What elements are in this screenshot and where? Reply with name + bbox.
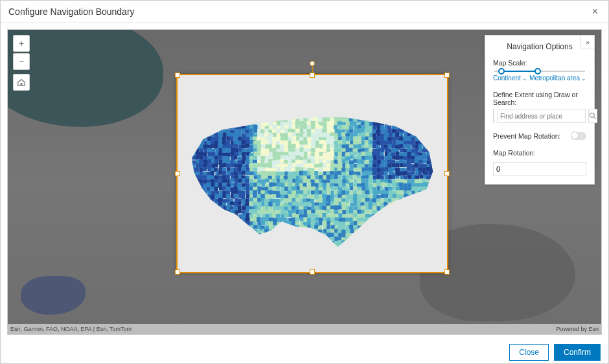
map-rotation-input[interactable] xyxy=(493,162,586,176)
svg-rect-2195 xyxy=(381,237,385,242)
scale-handle-min[interactable] xyxy=(498,68,505,74)
scale-min-dropdown[interactable]: Continent⌄ xyxy=(493,74,527,82)
svg-rect-2168 xyxy=(276,236,281,242)
svg-rect-1445 xyxy=(330,194,334,198)
svg-rect-1806 xyxy=(431,214,436,218)
svg-rect-2127 xyxy=(376,233,382,238)
svg-rect-1334 xyxy=(419,187,423,192)
svg-rect-2242 xyxy=(303,241,307,246)
zoom-out-button[interactable]: − xyxy=(13,53,30,70)
svg-rect-753 xyxy=(246,155,250,161)
svg-rect-1607 xyxy=(438,201,442,206)
home-button[interactable] xyxy=(13,74,30,91)
svg-rect-1733 xyxy=(408,210,413,214)
svg-rect-2401 xyxy=(400,249,404,254)
close-icon[interactable]: × xyxy=(590,5,601,19)
scale-slider-track[interactable] xyxy=(494,71,585,72)
svg-rect-2181 xyxy=(326,237,330,242)
svg-rect-464 xyxy=(423,137,427,141)
svg-rect-1668 xyxy=(415,205,419,210)
svg-rect-735 xyxy=(434,152,438,156)
svg-rect-2397 xyxy=(384,247,388,252)
svg-rect-2067 xyxy=(403,229,408,233)
svg-rect-1932 xyxy=(399,222,403,225)
svg-rect-1660 xyxy=(384,206,388,210)
svg-rect-401 xyxy=(439,133,443,137)
svg-rect-2144 xyxy=(184,237,189,241)
prevent-rotation-toggle[interactable] xyxy=(571,132,586,140)
prevent-rotation-row: Prevent Map Rotation: xyxy=(493,132,586,140)
svg-rect-72 xyxy=(203,117,207,122)
svg-rect-41 xyxy=(341,113,347,117)
svg-rect-2196 xyxy=(384,237,389,242)
svg-rect-552 xyxy=(245,144,249,148)
svg-rect-71 xyxy=(200,118,203,122)
svg-rect-2222 xyxy=(226,241,231,245)
svg-rect-69 xyxy=(191,118,195,122)
svg-rect-2171 xyxy=(288,237,292,242)
svg-rect-1901 xyxy=(280,222,284,227)
svg-rect-2309 xyxy=(303,245,308,249)
svg-rect-1745 xyxy=(196,214,200,218)
svg-rect-2221 xyxy=(223,240,227,245)
svg-rect-549 xyxy=(233,144,238,148)
svg-rect-603 xyxy=(185,148,189,152)
search-button[interactable] xyxy=(588,109,597,123)
svg-rect-2182 xyxy=(330,237,334,242)
svg-rect-2057 xyxy=(365,229,369,233)
svg-rect-2069 xyxy=(411,229,415,234)
svg-rect-1270 xyxy=(431,183,436,187)
svg-rect-868 xyxy=(430,160,435,164)
svg-rect-712 xyxy=(345,152,349,157)
scale-max-dropdown[interactable]: Metropolitan area⌄ xyxy=(529,74,586,82)
svg-rect-49 xyxy=(372,113,377,118)
svg-rect-1615 xyxy=(211,205,215,210)
svg-rect-883 xyxy=(230,163,235,168)
close-button[interactable]: Close xyxy=(509,344,549,361)
svg-rect-1136 xyxy=(430,175,434,179)
svg-rect-119 xyxy=(384,118,389,122)
svg-rect-2400 xyxy=(395,249,399,253)
svg-rect-2315 xyxy=(327,244,331,249)
svg-rect-11 xyxy=(226,113,231,118)
scale-handle-max[interactable] xyxy=(534,68,541,74)
home-icon xyxy=(17,78,26,87)
svg-rect-7 xyxy=(211,113,215,118)
rotate-handle[interactable] xyxy=(310,61,315,66)
svg-rect-2292 xyxy=(237,244,241,249)
svg-rect-1882 xyxy=(207,222,211,226)
svg-rect-1601 xyxy=(415,202,419,206)
svg-rect-2439 xyxy=(288,252,293,256)
draw-extent-button[interactable] xyxy=(493,109,494,123)
svg-rect-2095 xyxy=(253,233,258,237)
svg-rect-1147 xyxy=(214,179,219,183)
svg-rect-1665 xyxy=(403,206,408,210)
svg-rect-1989 xyxy=(361,225,365,230)
svg-rect-1337 xyxy=(430,187,435,191)
svg-rect-43 xyxy=(349,114,354,119)
svg-rect-2068 xyxy=(407,229,411,234)
svg-rect-2402 xyxy=(404,248,408,253)
svg-rect-434 xyxy=(307,137,312,141)
svg-rect-468 xyxy=(437,137,442,142)
map-viewport[interactable]: + − xyxy=(7,29,602,335)
svg-rect-2037 xyxy=(288,229,292,233)
svg-rect-1015 xyxy=(222,171,226,176)
search-input[interactable] xyxy=(497,109,586,123)
svg-rect-1610 xyxy=(191,207,195,211)
svg-rect-2422 xyxy=(223,251,227,256)
svg-rect-50 xyxy=(376,113,380,118)
extent-rectangle[interactable] xyxy=(176,74,448,273)
svg-rect-2476 xyxy=(430,252,435,256)
svg-rect-879 xyxy=(214,163,218,168)
zoom-in-button[interactable]: + xyxy=(13,35,30,52)
svg-rect-1972 xyxy=(295,225,299,229)
confirm-button[interactable]: Confirm xyxy=(554,344,601,361)
svg-rect-670 xyxy=(183,153,188,158)
svg-rect-1817 xyxy=(214,218,219,223)
svg-rect-2370 xyxy=(281,248,285,252)
svg-rect-1954 xyxy=(227,225,231,230)
map-rotation-label: Map Rotation: xyxy=(493,149,586,157)
panel-collapse-button[interactable]: » xyxy=(580,35,595,49)
svg-rect-1276 xyxy=(196,186,201,190)
